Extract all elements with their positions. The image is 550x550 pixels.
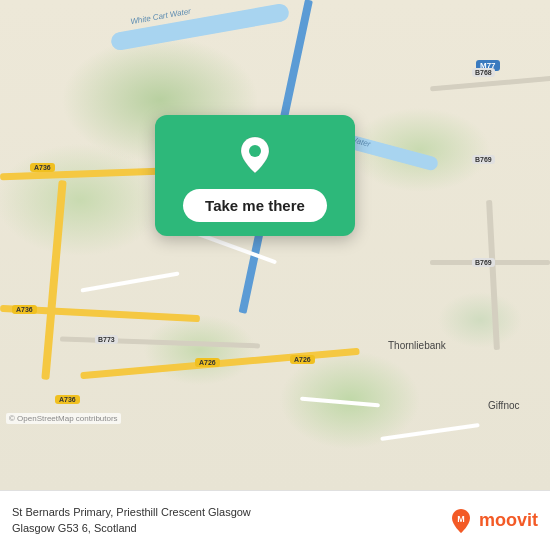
a726-label-2: A726 <box>290 355 315 364</box>
moovit-icon: M <box>447 507 475 535</box>
address-line2: Glasgow G53 6, Scotland <box>12 521 447 536</box>
location-pin-icon <box>233 133 277 177</box>
a736-label-2: A736 <box>12 305 37 314</box>
b773-label: B773 <box>95 335 118 344</box>
svg-text:M: M <box>457 514 465 524</box>
svg-point-0 <box>249 145 261 157</box>
info-bar: St Bernards Primary, Priesthill Crescent… <box>0 490 550 550</box>
address-line1: St Bernards Primary, Priesthill Crescent… <box>12 505 447 520</box>
a736-label-1: A736 <box>30 163 55 172</box>
b769-label-2: B769 <box>472 258 495 267</box>
a726-label-1: A726 <box>195 358 220 367</box>
b768-label: B768 <box>472 68 495 77</box>
popup-card: Take me there <box>155 115 355 236</box>
moovit-logo: M moovit <box>447 507 538 535</box>
a736-label-3: A736 <box>55 395 80 404</box>
address-text: St Bernards Primary, Priesthill Crescent… <box>12 505 447 536</box>
map-container: White Cart Water White Cart Water M77 M7… <box>0 0 550 490</box>
giffnoc-label: Giffnoc <box>488 400 520 411</box>
b769-label-1: B769 <box>472 155 495 164</box>
moovit-brand-text: moovit <box>479 510 538 531</box>
thornliebank-label: Thornliebank <box>388 340 446 351</box>
take-me-there-button[interactable]: Take me there <box>183 189 327 222</box>
osm-attribution: © OpenStreetMap contributors <box>6 413 121 424</box>
